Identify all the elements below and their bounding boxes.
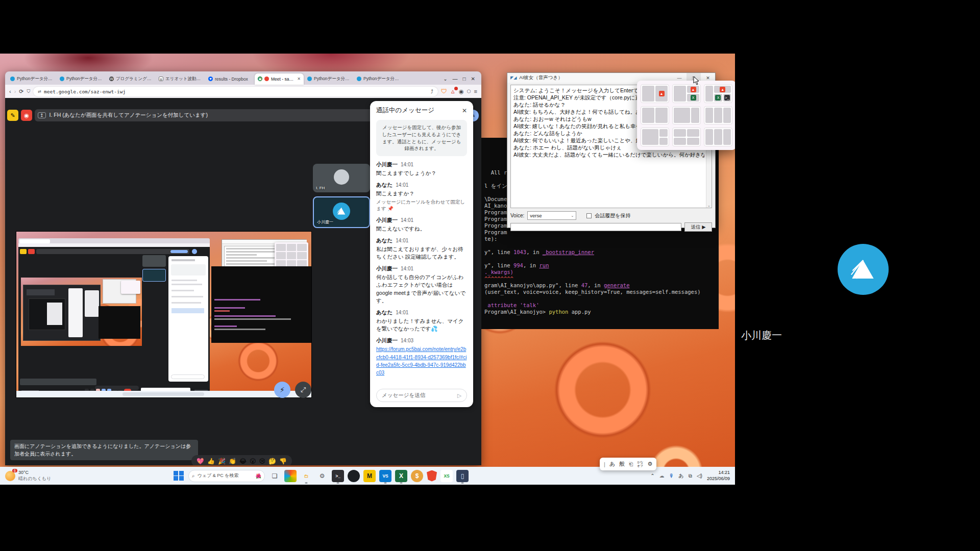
chat-input[interactable]: メッセージを送信 ▷	[376, 389, 467, 402]
bookmark-icon[interactable]: ⛉	[27, 89, 31, 94]
tray-chevron-icon[interactable]: ⌃	[650, 473, 654, 479]
participant-tile-ogawa[interactable]: 小川慶一	[313, 196, 370, 228]
snap-layout-option[interactable]: ▲	[641, 84, 669, 103]
annotation-tools-fab[interactable]: ⚡	[274, 382, 290, 398]
ime-mode-a[interactable]: あ	[609, 460, 615, 468]
snap-layout-cell[interactable]	[674, 108, 690, 123]
task-view-icon[interactable]: ❏	[268, 470, 281, 482]
mery-icon[interactable]: M	[363, 470, 376, 482]
volume-icon[interactable]: ◁)	[697, 473, 702, 479]
reaction-emoji-button[interactable]: 👏	[229, 458, 236, 465]
reaction-emoji-button[interactable]: 🎉	[218, 458, 226, 465]
browser-tab[interactable]: Pythonデータ分析ゼ	[354, 73, 403, 85]
snap-layout-cell[interactable]	[705, 129, 713, 145]
snap-layout-cell[interactable]: ▲	[655, 86, 668, 102]
alert-flame-icon[interactable]: 🜂	[450, 88, 456, 94]
ime-settings-icon[interactable]: ⚙	[647, 461, 652, 467]
window-maximize-icon[interactable]: □	[463, 76, 466, 82]
snap-layout-cell[interactable]	[687, 129, 699, 136]
tab-close-icon[interactable]: ✕	[297, 77, 301, 81]
site-permissions-icon[interactable]: ⇄	[38, 89, 41, 94]
snap-layout-cell[interactable]: X	[687, 94, 699, 101]
snap-layout-cell[interactable]	[642, 108, 654, 123]
expand-fullscreen-fab[interactable]: ⤢	[295, 382, 311, 398]
brave-icon[interactable]	[427, 470, 437, 482]
history-checkbox[interactable]	[586, 213, 592, 218]
reaction-emoji-button[interactable]: 😮	[250, 458, 256, 465]
back-icon[interactable]: ‹	[9, 88, 11, 94]
chat-message-link[interactable]: https://forum.pc5bai.com/note/entry/e2bc…	[376, 346, 467, 375]
ai-message-input[interactable]	[510, 223, 681, 231]
reaction-emoji-button[interactable]: 🤔	[268, 458, 276, 465]
snap-layout-cell[interactable]	[723, 108, 731, 123]
window-close-icon[interactable]: ✕	[471, 76, 475, 82]
snap-layout-cell[interactable]	[723, 129, 731, 145]
snap-layout-option[interactable]	[704, 128, 732, 146]
participant-tile-ifh[interactable]: I. FH	[313, 164, 370, 192]
menu-icon[interactable]: ≡	[474, 88, 477, 94]
browser-tab[interactable]: Pythonデータ分析ゼミ本科	[7, 73, 56, 85]
xs-icon[interactable]: XS	[440, 470, 453, 482]
tab-list-icon[interactable]: ⌄	[443, 76, 447, 82]
snap-layout-cell[interactable]: ▲	[714, 86, 731, 93]
snap-layout-option[interactable]	[672, 128, 701, 146]
snap-layout-cell[interactable]	[655, 108, 668, 123]
snap-layout-cell[interactable]	[659, 129, 668, 136]
snap-layout-cell[interactable]	[642, 129, 658, 145]
snap-layout-cell[interactable]	[674, 138, 686, 145]
browser-tab[interactable]: Wプログラミング/lx - AI彼女	[106, 73, 155, 85]
snap-layout-cell[interactable]	[674, 86, 686, 102]
snap-layout-cell[interactable]	[687, 138, 699, 145]
mic-in-use-icon[interactable]: 🎙	[669, 473, 674, 479]
ime-clipboard-icon[interactable]: ⎗	[629, 461, 633, 467]
snap-layout-cell[interactable]	[659, 138, 668, 145]
weather-widget[interactable]: 6 30°C 晴れのちくもり	[5, 470, 82, 482]
snap-layout-option[interactable]	[641, 128, 669, 146]
snap-layout-option[interactable]	[704, 106, 732, 125]
reaction-emoji-button[interactable]: 👎	[279, 458, 287, 465]
settings-icon[interactable]: ⚙	[316, 470, 328, 482]
taskbar-search[interactable]: ⌕ ウェブ & PC を検索 🌺	[188, 470, 265, 482]
snap-layout-option[interactable]: ▲X	[672, 84, 701, 103]
browser-tab[interactable]: Pythonデータ分析ゼミに関	[304, 73, 353, 85]
snap-layout-cell[interactable]	[674, 129, 686, 136]
onedrive-icon[interactable]: ☁	[659, 473, 665, 479]
browser-tab[interactable]: nエリオット波動による環境認	[156, 73, 205, 85]
chat-close-icon[interactable]: ✕	[462, 107, 467, 114]
tray-clock[interactable]: 14:21 2025/06/09	[707, 470, 730, 482]
reaction-emoji-button[interactable]: 😂	[239, 458, 247, 465]
reaction-emoji-button[interactable]: 👍	[207, 458, 215, 465]
excel-icon[interactable]: X	[395, 470, 407, 482]
ime-kana-toggle[interactable]: かなオフ	[637, 461, 643, 467]
phone-link-icon[interactable]: ▯	[456, 470, 469, 482]
terminal-icon[interactable]: >_	[332, 470, 344, 482]
account-icon[interactable]: ◉	[459, 88, 464, 95]
url-bar[interactable]: ⇄ meet.google.com/saz-enwt-iwj ⤴	[33, 87, 438, 96]
snap-layout-cell[interactable]	[714, 129, 722, 145]
snap-layout-cell[interactable]: X	[714, 94, 722, 101]
snap-layout-cell[interactable]	[642, 86, 654, 102]
share-page-icon[interactable]: ⤴	[431, 89, 433, 94]
snap-layout-cell[interactable]: >_	[723, 94, 731, 101]
vscode-icon[interactable]: VS	[379, 470, 391, 482]
ime-mode-indicator[interactable]: あ	[679, 472, 684, 480]
cast-display-icon[interactable]: ⧉	[689, 473, 692, 479]
ime-mode-general[interactable]: 般	[619, 460, 625, 468]
voice-select[interactable]: verse⌄	[527, 211, 576, 220]
snap-layout-cell[interactable]	[705, 108, 713, 123]
copilot-icon[interactable]	[284, 470, 297, 482]
snap-layout-option[interactable]: ▲X>_	[704, 84, 732, 103]
reaction-emoji-button[interactable]: 💖	[197, 458, 204, 465]
github-icon[interactable]	[348, 470, 360, 482]
snap-layout-cell[interactable]: ▲	[687, 86, 699, 93]
snap-layout-cell[interactable]	[691, 108, 699, 123]
forward-icon[interactable]: ›	[14, 88, 16, 94]
snap-layout-option[interactable]	[641, 106, 669, 125]
browser-tab[interactable]: ▣Meet - saz-enwt✕	[255, 73, 304, 85]
send-icon[interactable]: ▷	[457, 392, 461, 398]
coin-icon[interactable]: $	[411, 470, 423, 482]
annotation-pen-tool-button[interactable]: ✎	[7, 110, 18, 121]
snap-layout-cell[interactable]	[705, 86, 713, 102]
record-stop-button[interactable]: ◉	[21, 110, 32, 121]
reaction-emoji-button[interactable]: 😢	[259, 458, 265, 465]
